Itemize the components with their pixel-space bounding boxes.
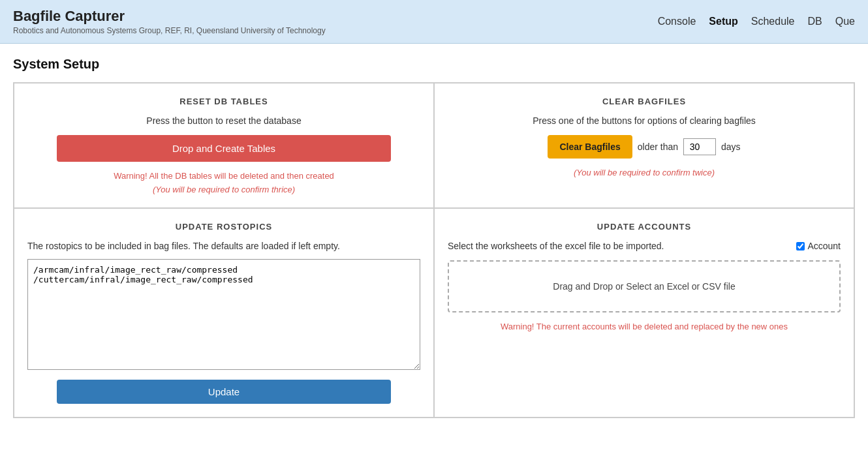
nav-schedule[interactable]: Schedule (751, 16, 795, 27)
clear-bagfiles-confirm: (You will be required to confirm twice) (448, 168, 841, 177)
clear-bagfiles-desc: Press one of the buttons for options of … (448, 115, 841, 126)
nav-setup[interactable]: Setup (709, 16, 737, 27)
account-checkbox-text: Account (807, 241, 841, 251)
app-title: Bagfile Capturer (13, 8, 326, 25)
accounts-desc: Select the worksheets of the excel file … (448, 241, 664, 251)
app-header: Bagfile Capturer Robotics and Autonomous… (0, 0, 868, 44)
older-than-label: older than (638, 142, 678, 152)
reset-db-desc: Press the button to reset the database (27, 115, 420, 126)
clear-bagfiles-section: CLEAR BAGFILES Press one of the buttons … (434, 83, 854, 208)
drop-create-button[interactable]: Drop and Create Tables (57, 135, 391, 162)
reset-db-section: RESET DB TABLES Press the button to rese… (14, 83, 434, 208)
reset-db-confirm: (You will be required to confirm thrice) (27, 185, 420, 194)
accounts-warning: Warning! The current accounts will be de… (448, 322, 841, 331)
page-content: System Setup RESET DB TABLES Press the b… (0, 44, 868, 431)
clear-bagfiles-button[interactable]: Clear Bagfiles (548, 135, 632, 159)
account-checkbox[interactable] (796, 242, 805, 251)
page-title: System Setup (13, 57, 855, 72)
nav-console[interactable]: Console (658, 16, 696, 27)
rostopics-textarea[interactable]: /armcam/infral/image_rect_raw/compressed… (27, 259, 420, 370)
clear-bagfiles-title: CLEAR BAGFILES (448, 97, 841, 106)
header-branding: Bagfile Capturer Robotics and Autonomous… (13, 8, 326, 35)
main-nav: Console Setup Schedule DB Que (658, 16, 855, 27)
days-input[interactable] (683, 138, 716, 155)
nav-db[interactable]: DB (808, 16, 822, 27)
account-checkbox-label[interactable]: Account (796, 241, 841, 251)
update-rostopics-title: UPDATE ROSTOPICS (27, 222, 420, 232)
update-rostopics-section: UPDATE ROSTOPICS The rostopics to be inc… (14, 208, 434, 418)
reset-db-title: RESET DB TABLES (27, 97, 420, 106)
accounts-header: Select the worksheets of the excel file … (448, 241, 841, 251)
setup-grid: RESET DB TABLES Press the button to rese… (13, 82, 855, 418)
nav-que[interactable]: Que (835, 16, 855, 27)
days-label: days (721, 142, 741, 152)
reset-db-warning: Warning! All the DB tables will be delet… (27, 171, 420, 181)
file-dropzone[interactable]: Drag and Drop or Select an Excel or CSV … (448, 260, 841, 312)
update-rostopics-button[interactable]: Update (57, 380, 391, 404)
update-rostopics-desc: The rostopics to be included in bag file… (27, 241, 420, 251)
update-accounts-section: UPDATE ACCOUNTS Select the worksheets of… (434, 208, 854, 418)
app-subtitle: Robotics and Autonomous Systems Group, R… (13, 26, 326, 35)
clear-controls: Clear Bagfiles older than days (448, 135, 841, 159)
update-accounts-title: UPDATE ACCOUNTS (448, 222, 841, 232)
